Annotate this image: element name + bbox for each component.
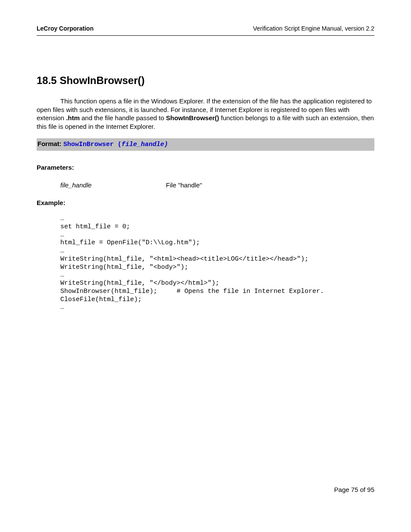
body-bold-fn: ShowInBrowser() [166, 114, 219, 121]
format-box: Format: ShowInBrowser (file_handle) [37, 138, 374, 151]
section-heading: 18.5 ShowInBrowser() [37, 75, 374, 87]
page-header: LeCroy Corporation Verification Script E… [37, 25, 374, 32]
header-left: LeCroy Corporation [37, 25, 93, 32]
format-code: ShowInBrowser ( [63, 141, 121, 148]
format-label: Format: [37, 140, 63, 147]
format-arg: file_handle) [121, 141, 168, 148]
header-rule [37, 35, 374, 36]
page-footer: Page 75 of 95 [334, 486, 374, 493]
header-right: Verification Script Engine Manual, versi… [253, 25, 374, 32]
section-body: This function opens a file in the Window… [37, 97, 374, 131]
parameters-heading: Parameters: [37, 164, 374, 171]
example-heading: Example: [37, 199, 374, 206]
parameter-name: file_handle [60, 181, 166, 189]
body-bold-htm: .htm [66, 114, 80, 121]
parameter-desc: File "handle" [166, 181, 202, 189]
body-mid: and the file handle passed to [80, 114, 166, 121]
parameter-row: file_handle File "handle" [60, 181, 374, 189]
example-code: … set html_file = 0; … html_file = OpenF… [60, 215, 374, 312]
